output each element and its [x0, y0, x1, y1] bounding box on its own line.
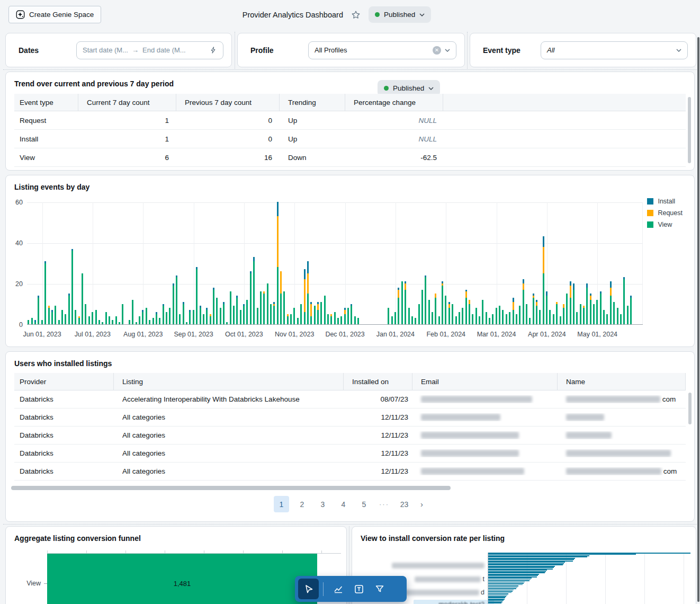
- chart-bar[interactable]: [623, 277, 625, 324]
- chart-bar[interactable]: [536, 300, 537, 324]
- chart-bar[interactable]: [519, 306, 520, 324]
- chart-bar[interactable]: [603, 310, 605, 324]
- chart-bar[interactable]: [75, 310, 76, 324]
- legend-item-install[interactable]: Install: [647, 198, 683, 205]
- chart-bar[interactable]: [563, 304, 564, 324]
- chart-bar[interactable]: [226, 322, 228, 324]
- chart-bar[interactable]: [136, 322, 137, 324]
- favorite-star-icon[interactable]: [351, 10, 361, 20]
- chart-bar[interactable]: [310, 302, 312, 324]
- chart-bar[interactable]: [600, 291, 602, 324]
- event-type-select[interactable]: All: [541, 41, 688, 59]
- chart-bar[interactable]: [630, 296, 632, 324]
- chart-bar[interactable]: [320, 302, 322, 324]
- chart-bar[interactable]: [590, 294, 591, 324]
- chart-bar[interactable]: [280, 271, 282, 324]
- chart-bar[interactable]: [220, 308, 221, 324]
- chart-bar[interactable]: [233, 306, 235, 324]
- chart-bar[interactable]: [573, 283, 575, 324]
- lightning-icon[interactable]: [210, 46, 217, 54]
- chart-bar[interactable]: [489, 318, 490, 324]
- chart-bar[interactable]: [465, 290, 467, 324]
- chart-bar[interactable]: [61, 310, 63, 324]
- chart-bar[interactable]: [330, 314, 332, 324]
- chart-bar[interactable]: [48, 306, 50, 324]
- chart-bar[interactable]: [347, 308, 349, 324]
- chart-bar[interactable]: [324, 296, 326, 324]
- chart-bar[interactable]: [543, 236, 544, 324]
- chart-bar[interactable]: [230, 291, 231, 324]
- chart-bar[interactable]: [553, 314, 554, 324]
- chart-bar[interactable]: [432, 312, 433, 324]
- clear-icon[interactable]: ✕: [433, 46, 441, 55]
- chart-bar[interactable]: [613, 302, 615, 324]
- chart-bar[interactable]: [95, 310, 97, 324]
- chart-bar[interactable]: [617, 308, 618, 324]
- chart-bar[interactable]: [98, 320, 100, 324]
- chart-bar[interactable]: [455, 316, 457, 324]
- chart-bar[interactable]: [576, 312, 578, 324]
- chart-bar[interactable]: [257, 308, 258, 324]
- pagination-page-1[interactable]: 1: [274, 496, 289, 512]
- chart-bar[interactable]: [357, 318, 359, 324]
- users-table-hscrollbar[interactable]: [11, 486, 451, 490]
- add-filter-tool[interactable]: [369, 579, 390, 599]
- chart-bar[interactable]: [193, 310, 194, 324]
- add-visualization-tool[interactable]: [328, 579, 348, 599]
- chart-bar[interactable]: [546, 291, 548, 324]
- chart-bar[interactable]: [28, 320, 29, 324]
- chart-bar[interactable]: [58, 320, 60, 324]
- profile-select[interactable]: All Profiles ✕: [308, 41, 456, 59]
- listing-events-chart[interactable]: [27, 202, 643, 325]
- conversion-chart[interactable]: [488, 553, 690, 604]
- chart-bar[interactable]: [556, 302, 558, 324]
- chart-bar[interactable]: [68, 294, 70, 324]
- chart-bar[interactable]: [159, 318, 160, 324]
- chart-bar[interactable]: [327, 314, 329, 324]
- chart-bar[interactable]: [273, 302, 275, 324]
- chart-bar[interactable]: [119, 322, 120, 324]
- chart-bar[interactable]: [462, 308, 463, 324]
- chart-bar[interactable]: [469, 300, 470, 324]
- chart-bar[interactable]: [452, 304, 453, 325]
- chart-bar[interactable]: [166, 312, 167, 324]
- chart-bar[interactable]: [277, 202, 279, 324]
- chart-bar[interactable]: [163, 304, 164, 324]
- chart-bar[interactable]: [132, 300, 133, 324]
- chart-bar[interactable]: [486, 312, 487, 324]
- chart-bar[interactable]: [435, 294, 436, 324]
- chart-bar[interactable]: [516, 314, 517, 324]
- chart-bar[interactable]: [388, 308, 389, 324]
- chart-bar[interactable]: [122, 304, 123, 325]
- chart-bar[interactable]: [314, 306, 316, 324]
- chart-bar[interactable]: [267, 283, 268, 324]
- select-cursor-tool[interactable]: [298, 579, 319, 599]
- chart-bar[interactable]: [65, 314, 66, 324]
- chart-bar[interactable]: [415, 318, 416, 324]
- chart-bar[interactable]: [260, 291, 262, 324]
- chart-bar[interactable]: [152, 318, 154, 324]
- chart-bar[interactable]: [129, 320, 130, 324]
- chart-bar[interactable]: [223, 302, 225, 324]
- chart-bar[interactable]: [606, 314, 608, 324]
- chart-bar[interactable]: [85, 304, 86, 325]
- chart-bar[interactable]: [51, 310, 53, 324]
- chart-bar[interactable]: [344, 308, 346, 324]
- chart-bar[interactable]: [502, 310, 504, 324]
- chart-bar[interactable]: [448, 302, 450, 324]
- chart-bar[interactable]: [186, 322, 187, 324]
- chart-bar[interactable]: [533, 294, 534, 324]
- chart-bar[interactable]: [445, 296, 446, 324]
- chart-bar[interactable]: [570, 281, 571, 324]
- chart-bar[interactable]: [216, 298, 218, 324]
- chart-bar[interactable]: [142, 310, 143, 324]
- chart-bar[interactable]: [115, 316, 117, 324]
- chart-bar[interactable]: [421, 290, 423, 324]
- chart-bar[interactable]: [307, 261, 309, 324]
- chart-bar[interactable]: [340, 316, 342, 324]
- chart-bar[interactable]: [105, 312, 107, 324]
- chart-bar[interactable]: [438, 316, 440, 324]
- chart-bar[interactable]: [428, 300, 430, 324]
- chart-bar[interactable]: [401, 281, 403, 324]
- chart-bar[interactable]: [300, 304, 302, 325]
